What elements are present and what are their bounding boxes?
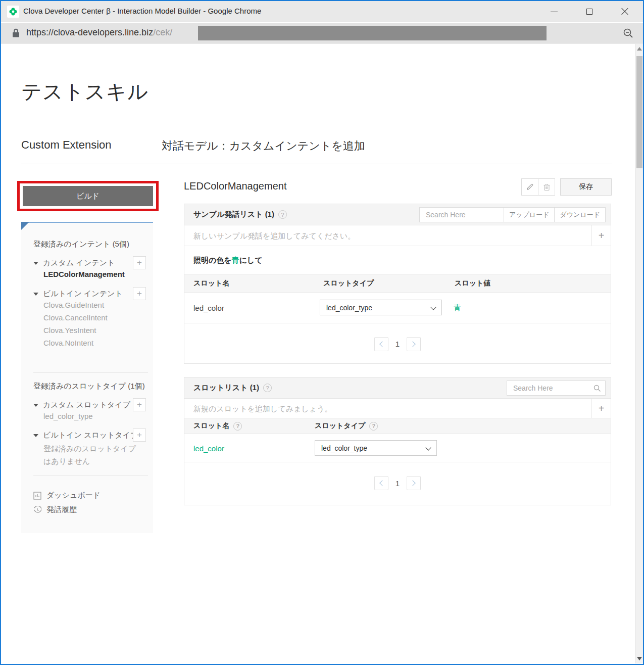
annotation-red-box [17,181,159,211]
chevron-right-icon [410,480,416,486]
page-scrollbar[interactable] [635,44,643,663]
slot-name-cell: led_color [193,304,224,312]
close-icon [621,8,629,16]
sample-search-input[interactable] [420,208,518,222]
prev-page-button[interactable] [374,476,388,490]
sample-panel-header: サンプル発話リスト (1) ? アップロード ダウンロード [184,204,611,225]
dashboard-label: ダッシュボード [46,491,101,500]
sidebar-panel: 登録済みのインテント (5個) カスタム インテント + LEDColorMan… [21,222,153,533]
sidebar-item-cancelintent[interactable]: Clova.CancelIntent [33,313,146,322]
url-text: https://clova-developers.line.biz/cek/ [26,27,172,38]
help-icon[interactable]: ? [233,422,242,431]
add-custom-intent-button[interactable]: + [133,256,146,269]
section-label: Custom Extension [21,138,112,152]
builtin-slot-empty-text: 登録済みのスロットタイプはありません [33,442,140,467]
maximize-button[interactable] [578,1,601,22]
slot-pagination: 1 [184,462,611,504]
browser-window: Clova Developer Center β - Interaction M… [0,0,644,665]
slot-panel-title: スロットリスト (1) [193,383,259,393]
add-builtin-slot-button[interactable]: + [133,429,146,442]
add-slot-button[interactable]: + [591,399,611,418]
edit-intent-button[interactable] [521,178,538,196]
minimize-button[interactable] [542,1,566,22]
col-slot-name: スロット名 [193,279,229,288]
chevron-down-icon [425,445,431,450]
custom-intent-group[interactable]: カスタム インテント + [33,258,146,268]
slot-name-cell: led_color [193,444,224,452]
sidebar-item-yesintent[interactable]: Clova.YesIntent [33,326,146,335]
save-button[interactable]: 保存 [560,178,612,196]
window-titlebar: Clova Developer Center β - Interaction M… [1,1,643,22]
clova-favicon [7,6,19,18]
upload-button[interactable]: アップロード [504,207,555,222]
utterance-suffix: にして [239,256,263,265]
trash-icon [543,183,551,191]
col-slot-value: スロット値 [455,279,490,288]
sidebar-divider [33,372,148,373]
download-button[interactable]: ダウンロード [555,207,606,222]
help-icon[interactable]: ? [278,210,287,219]
close-button[interactable] [613,1,636,22]
minimize-icon [551,12,558,12]
add-custom-slot-button[interactable]: + [133,398,146,411]
builtin-slot-group-label: ビルトイン スロットタイプ [43,431,138,440]
scroll-up-arrow-icon[interactable] [637,47,642,51]
builtin-slot-group[interactable]: ビルトイン スロットタイプ + [33,431,146,440]
history-clock-icon [33,506,41,514]
scroll-down-arrow-icon[interactable] [637,657,642,660]
maximize-icon [586,9,592,15]
sidebar-item-guideintent[interactable]: Clova.GuideIntent [33,301,146,309]
custom-slot-group[interactable]: カスタム スロットタイプ + [33,400,146,410]
slot-type-dropdown[interactable]: led_color_type [320,300,442,315]
pencil-icon [526,183,534,191]
help-icon[interactable]: ? [369,422,378,431]
add-utterance-button[interactable]: + [591,225,611,246]
next-page-button[interactable] [407,476,421,490]
page-number: 1 [395,479,400,488]
upload-download-group: アップロード ダウンロード [504,207,606,222]
next-page-button[interactable] [407,337,421,351]
sample-panel-title: サンプル発話リスト (1) [193,210,274,219]
custom-slot-group-label: カスタム スロットタイプ [43,400,130,410]
help-icon[interactable]: ? [263,384,272,392]
sidebar-item-nointent[interactable]: Clova.NoIntent [33,339,146,347]
url-host: https://clova-developers.line.biz [26,27,153,37]
page-title: テストスキル [21,78,148,106]
chevron-down-icon [33,404,38,407]
sample-utterance-panel: サンプル発話リスト (1) ? アップロード ダウンロード + 照明の色を青にし… [184,204,611,364]
chevron-down-icon [33,262,38,265]
add-utterance-input[interactable] [184,225,573,246]
search-icon [593,385,601,392]
slot-value-cell: 青 [454,303,461,313]
utterance-list-item[interactable]: 照明の色を青にして [184,246,611,275]
add-utterance-row: + [184,225,611,246]
prev-page-button[interactable] [374,337,388,351]
scrollbar-thumb[interactable] [636,56,642,168]
slot-table-header: スロット名 スロットタイプ スロット値 [184,275,611,293]
builtin-intent-group[interactable]: ビルトイン インテント + [33,289,146,299]
col-slot-type-wrap: スロットタイプ? [315,421,378,431]
sidebar-item-ledcolormanagement[interactable]: LEDColorManagement [33,270,146,278]
slot-search-input[interactable] [507,381,605,395]
sidebar-item-dashboard[interactable]: ダッシュボード [33,491,146,500]
col-slot-name: スロット名 [193,421,229,431]
url-path: /cek/ [153,27,172,37]
builtin-intent-group-label: ビルトイン インテント [43,289,123,299]
slot-types-header: 登録済みのスロットタイプ (1個) [33,382,146,391]
sidebar-item-history[interactable]: 発話履歴 [33,505,146,514]
slot-list-row: led_color led_color_type [184,434,611,462]
add-builtin-intent-button[interactable]: + [133,287,146,300]
add-slot-input[interactable] [184,399,573,418]
sidebar-item-led-color-type[interactable]: led_color_type [33,412,146,420]
delete-intent-button[interactable] [538,178,555,196]
url-redaction-block [198,26,547,40]
url-bar[interactable]: https://clova-developers.line.biz/cek/ [1,23,643,43]
sample-pagination: 1 [184,323,611,364]
chevron-right-icon [410,341,416,347]
fold-corner-icon [21,222,29,230]
chevron-down-icon [430,304,436,310]
slot-type-dropdown[interactable]: led_color_type [315,440,437,456]
zoom-out-icon[interactable] [623,28,634,39]
utterance-prefix: 照明の色を [193,256,232,265]
slot-table-row: led_color led_color_type 青 [184,293,611,323]
